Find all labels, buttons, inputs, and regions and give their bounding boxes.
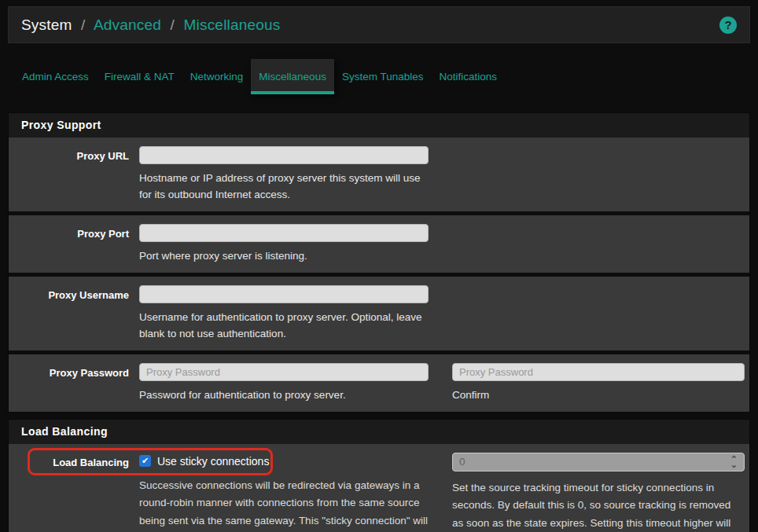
tab-notifications[interactable]: Notifications (431, 59, 505, 94)
breadcrumb-miscellaneous-link[interactable]: Miscellaneous (184, 17, 281, 33)
breadcrumb-advanced-link[interactable]: Advanced (94, 17, 161, 33)
proxy-port-help: Port where proxy server is listening. (139, 248, 429, 265)
sticky-connections-description: Successive connections will be redirecte… (139, 477, 429, 532)
proxy-support-panel: Proxy Support Proxy URL Hostname or IP a… (8, 112, 750, 413)
proxy-password-confirm-help: Confirm (452, 387, 745, 404)
proxy-password-help: Password for authentication to proxy ser… (139, 387, 429, 404)
proxy-port-row: Proxy Port Port where proxy server is li… (9, 215, 749, 277)
proxy-password-confirm-input[interactable] (452, 363, 745, 381)
breadcrumb-system: System (21, 17, 72, 33)
proxy-port-label: Proxy Port (9, 224, 139, 265)
tab-networking[interactable]: Networking (182, 59, 252, 94)
source-tracking-timeout-input[interactable]: 0 ⌃ ⌄ (452, 453, 745, 471)
spinner-down-icon: ⌄ (730, 462, 738, 468)
proxy-url-row: Proxy URL Hostname or IP address of prox… (9, 138, 749, 215)
proxy-password-label: Proxy Password (9, 363, 139, 404)
breadcrumb-separator: / (76, 17, 90, 33)
breadcrumb: System / Advanced / Miscellaneous (21, 17, 281, 34)
proxy-port-input[interactable] (139, 224, 429, 242)
proxy-username-help: Username for authentication to proxy ser… (139, 310, 429, 343)
breadcrumb-separator: / (166, 17, 179, 33)
load-balancing-title: Load Balancing (9, 420, 749, 444)
sticky-connections-label: Use sticky connections (157, 455, 269, 468)
tab-system-tunables[interactable]: System Tunables (334, 59, 432, 94)
check-icon: ✔ (142, 457, 149, 465)
load-balancing-label: Load Balancing (9, 453, 139, 532)
source-tracking-timeout-description: Set the source tracking timeout for stic… (452, 479, 745, 532)
source-tracking-timeout-value: 0 (459, 456, 465, 468)
proxy-support-title: Proxy Support (9, 113, 749, 138)
tab-bar: Admin Access Firewall & NAT Networking M… (8, 59, 750, 94)
tab-admin-access[interactable]: Admin Access (14, 59, 97, 94)
proxy-username-label: Proxy Username (9, 285, 139, 343)
proxy-password-input[interactable] (139, 363, 429, 381)
load-balancing-panel: Load Balancing Load Balancing ✔ Use stic… (8, 419, 750, 532)
tab-miscellaneous[interactable]: Miscellaneous (251, 59, 334, 94)
tab-firewall-nat[interactable]: Firewall & NAT (97, 59, 182, 94)
page-header: System / Advanced / Miscellaneous ? (8, 6, 750, 43)
spinner-control: ⌃ ⌄ (730, 457, 738, 468)
proxy-password-row: Proxy Password Password for authenticati… (9, 354, 749, 412)
load-balancing-row: Load Balancing ✔ Use sticky connections … (9, 444, 749, 532)
proxy-url-input[interactable] (139, 146, 429, 164)
proxy-url-label: Proxy URL (9, 146, 139, 204)
help-icon[interactable]: ? (719, 17, 737, 34)
proxy-username-input[interactable] (139, 285, 429, 303)
proxy-url-help: Hostname or IP address of proxy server t… (139, 171, 429, 204)
sticky-connections-checkbox[interactable]: ✔ (139, 455, 151, 467)
proxy-username-row: Proxy Username Username for authenticati… (9, 277, 749, 354)
